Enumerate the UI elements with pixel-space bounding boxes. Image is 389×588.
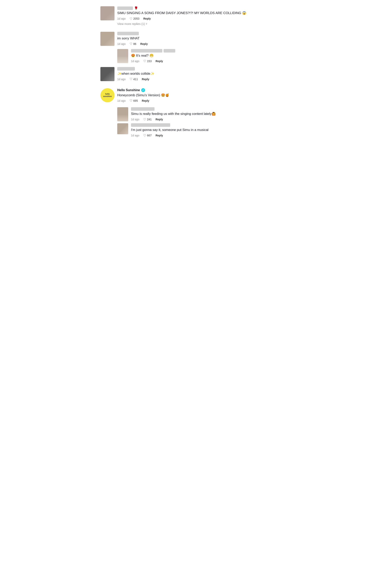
comment-likes-2[interactable]: ♡ 86	[130, 42, 136, 46]
heart-icon-6: ♡	[143, 118, 146, 121]
likes-count-4: 411	[133, 78, 138, 81]
comment-body-5: Hello Sunshine ✓ Honeycomb (Simu's Versi…	[117, 88, 289, 103]
avatar-4	[100, 67, 115, 81]
comment-body-2: im sorry WHAT 1d ago ♡ 86 Reply	[117, 32, 289, 46]
likes-count-3: 153	[147, 60, 152, 63]
comment-time-3: 1d ago	[131, 60, 139, 63]
comment-text-5: Honeycomb (Simu's Version) 🤩🍯	[117, 93, 289, 98]
username-row-6	[131, 107, 289, 111]
comment-likes-5[interactable]: ♡ 695	[130, 99, 138, 102]
comment-6: Simu is really feeding us with the singi…	[117, 107, 289, 121]
username-placeholder-3a	[131, 49, 162, 53]
comment-text-3: 😍 It's real? 😁	[131, 53, 289, 58]
comment-1: 🌹 SIMU SINGING A SONG FROM DAISY JONES?!…	[100, 6, 289, 21]
comment-time-5: 1d ago	[117, 99, 126, 102]
comment-likes-7[interactable]: ♡ 667	[143, 134, 152, 137]
hello-sunshine-label: hellosunshine	[103, 93, 112, 98]
avatar-image-7	[117, 123, 128, 134]
reply-button-1[interactable]: Reply	[143, 17, 151, 20]
username-emoji-1: 🌹	[134, 6, 138, 10]
heart-icon-2: ♡	[130, 42, 132, 46]
username-row-3	[131, 49, 289, 53]
comment-body-7: I'm just gonna say it, someone put Simu …	[131, 123, 289, 137]
likes-count-1: 2053	[133, 17, 139, 20]
heart-icon-3: ♡	[143, 59, 146, 63]
comment-meta-5: 1d ago ♡ 695 Reply	[117, 99, 289, 102]
comment-thread-5: hellosunshine Hello Sunshine ✓ Honeycomb…	[100, 86, 289, 106]
username-placeholder-1	[117, 6, 133, 10]
comment-text-6: Simu is really feeding us with the singi…	[131, 112, 289, 116]
comment-thread-1: 🌹 SIMU SINGING A SONG FROM DAISY JONES?!…	[100, 4, 289, 30]
heart-icon-7: ♡	[143, 134, 146, 137]
reply-button-2[interactable]: Reply	[140, 42, 148, 45]
verified-badge-5: ✓	[141, 88, 145, 92]
comment-likes-3[interactable]: ♡ 153	[143, 59, 152, 63]
reply-button-3[interactable]: Reply	[156, 60, 163, 63]
reply-button-5[interactable]: Reply	[142, 99, 149, 102]
likes-count-6: 241	[147, 118, 152, 121]
comment-text-7: I'm just gonna say it, someone put Simu …	[131, 128, 289, 132]
username-placeholder-7	[131, 123, 170, 127]
comment-2: im sorry WHAT 1d ago ♡ 86 Reply	[100, 32, 289, 46]
avatar-image-3	[117, 49, 128, 63]
reply-thread-3: 😍 It's real? 😁 1d ago ♡ 153 Reply	[117, 49, 289, 63]
heart-icon-1: ♡	[130, 17, 132, 21]
reply-thread-7: I'm just gonna say it, someone put Simu …	[117, 123, 289, 137]
username-placeholder-6	[131, 107, 155, 111]
comment-4: ✨when worlds collide✨ 1d ago ♡ 411 Reply	[100, 67, 289, 81]
comment-text-2: im sorry WHAT	[117, 36, 289, 41]
reply-thread-6: Simu is really feeding us with the singi…	[117, 107, 289, 121]
chevron-down-icon-1: ∨	[146, 22, 147, 25]
avatar-image-6	[117, 107, 128, 121]
username-placeholder-2	[117, 32, 139, 35]
comment-5: hellosunshine Hello Sunshine ✓ Honeycomb…	[100, 88, 289, 103]
username-placeholder-4	[117, 67, 135, 71]
comment-7: I'm just gonna say it, someone put Simu …	[117, 123, 289, 137]
reply-button-7[interactable]: Reply	[156, 134, 163, 137]
comment-time-7: 1d ago	[131, 134, 139, 137]
username-row-2	[117, 32, 289, 35]
avatar-image-1	[100, 6, 115, 20]
comment-meta-3: 1d ago ♡ 153 Reply	[131, 59, 289, 63]
reply-button-4[interactable]: Reply	[142, 78, 149, 81]
comment-meta-2: 1d ago ♡ 86 Reply	[117, 42, 289, 46]
comment-meta-7: 1d ago ♡ 667 Reply	[131, 134, 289, 137]
heart-icon-5: ♡	[130, 99, 132, 102]
comment-body-4: ✨when worlds collide✨ 1d ago ♡ 411 Reply	[117, 67, 289, 81]
username-5: Hello Sunshine	[117, 88, 140, 92]
comment-time-1: 1d ago	[117, 17, 126, 20]
comment-thread-2: im sorry WHAT 1d ago ♡ 86 Reply	[100, 30, 289, 49]
comment-body-1: 🌹 SIMU SINGING A SONG FROM DAISY JONES?!…	[117, 6, 289, 21]
username-row-5: Hello Sunshine ✓	[117, 88, 289, 92]
view-replies-1[interactable]: View more replies (1) ∨	[117, 22, 289, 26]
comment-thread-4: ✨when worlds collide✨ 1d ago ♡ 411 Reply	[100, 65, 289, 84]
comment-meta-6: 1d ago ♡ 241 Reply	[131, 118, 289, 121]
comment-body-6: Simu is really feeding us with the singi…	[131, 107, 289, 121]
avatar-image-4	[100, 67, 115, 81]
comment-likes-1[interactable]: ♡ 2053	[130, 17, 139, 21]
comment-likes-6[interactable]: ♡ 241	[143, 118, 152, 121]
username-row-1: 🌹	[117, 6, 289, 10]
comment-body-3: 😍 It's real? 😁 1d ago ♡ 153 Reply	[131, 49, 289, 63]
comment-meta-1: 1d ago ♡ 2053 Reply	[117, 17, 289, 21]
comment-time-4: 1d ago	[117, 78, 126, 81]
username-placeholder-3b	[163, 49, 175, 53]
username-row-4	[117, 67, 289, 71]
likes-count-2: 86	[133, 42, 136, 45]
comment-time-2: 1d ago	[117, 42, 126, 45]
likes-count-5: 695	[133, 99, 138, 102]
comment-text-1: SIMU SINGING A SONG FROM DAISY JONES?!?!…	[117, 11, 289, 16]
avatar-image-2	[100, 32, 115, 46]
avatar-2	[100, 32, 115, 46]
heart-icon-4: ♡	[130, 77, 132, 81]
avatar-hello-sunshine: hellosunshine	[100, 88, 115, 102]
comment-3: 😍 It's real? 😁 1d ago ♡ 153 Reply	[117, 49, 289, 63]
likes-count-7: 667	[147, 134, 152, 137]
reply-button-6[interactable]: Reply	[156, 118, 163, 121]
comment-time-6: 1d ago	[131, 118, 139, 121]
comment-text-4: ✨when worlds collide✨	[117, 71, 289, 76]
username-row-7	[131, 123, 289, 127]
comment-meta-4: 1d ago ♡ 411 Reply	[117, 77, 289, 81]
view-replies-label-1: View more replies (1)	[117, 22, 145, 26]
comment-likes-4[interactable]: ♡ 411	[130, 77, 138, 81]
